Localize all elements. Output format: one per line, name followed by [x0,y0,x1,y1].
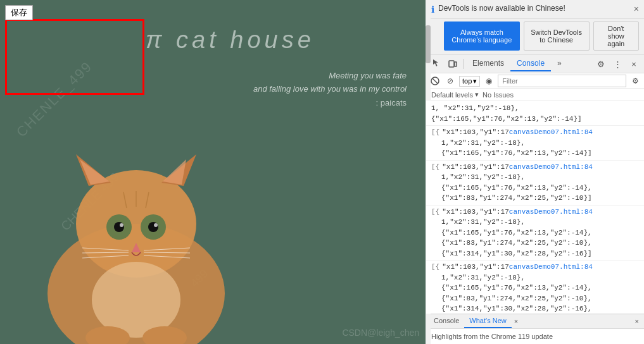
inspect-element-icon[interactable] [429,56,444,71]
selection-rectangle [5,19,144,95]
levels-bar: Default levels ▾ No Issues [426,89,644,101]
svg-point-10 [120,223,123,227]
devtools-panel: ℹ DevTools is now available in Chinese! … [426,0,644,344]
canvas-title: π cat house [146,27,315,54]
console-toolbar: ⊘ top ▾ ◉ ⚙ [426,73,644,89]
svg-rect-26 [455,62,457,66]
bottom-tab-close[interactable]: × [512,317,521,325]
svg-point-1 [76,170,196,278]
devtools-toolbar: Elements Console » ⚙ ⋮ × [426,55,644,73]
tab-elements[interactable]: Elements [466,56,510,71]
console-text: "x1":103,"y1":17 [442,127,509,138]
console-text: "x1":103,"y1":17 [442,262,509,273]
console-source-link[interactable]: canvasDemo07.html:84 [509,207,593,218]
context-selector[interactable]: top ▾ [459,76,480,87]
bottom-content-text: Highlights from the Chrome 119 update [431,333,553,340]
svg-line-28 [432,78,438,83]
filter-input[interactable] [498,75,626,87]
svg-rect-25 [449,61,454,67]
no-issues-text: No Issues [483,91,514,99]
default-levels-button[interactable]: Default levels ▾ [431,90,479,99]
console-expand-icon[interactable]: [{ [431,127,439,138]
console-expand-icon[interactable]: [{ [431,162,439,173]
bottom-tabs: Console What's New × × [426,314,644,329]
tab-console[interactable]: Console [510,56,551,71]
console-line-text: {"x1":83,"y1":274,"x2":25,"y2":-10}, [431,238,639,249]
devtools-close-icon[interactable]: × [626,56,641,71]
toolbar-right: ⚙ ⋮ × [593,56,641,71]
toolbar-separator [463,59,464,69]
console-line-text: 1,"x2":31,"y2":-18}, [431,138,639,149]
console-line-text: {"x1":314,"y1":30,"x2":28,"y2":-16}] [431,249,639,259]
devtools-bottom: Console What's New × × Highlights from t… [426,314,644,344]
console-expand-icon[interactable]: [{ [431,262,439,273]
console-text: "x1":103,"y1":17 [442,207,509,218]
console-line-text: {"x1":165,"y1":76,"x2":13,"y2":-14}, [431,228,639,238]
canvas-label: : paicats [376,98,407,108]
match-language-button[interactable]: Always match Chrome's language [444,22,520,51]
devtools-notification: ℹ DevTools is now available in Chinese! … [426,0,644,19]
bottom-panel-close-icon[interactable]: × [633,315,641,328]
console-line-text: {"x1":165,"y1":76,"x2":13,"y2":-14}, [431,183,639,194]
console-line-text: {"x1":165,"y1":76,"x2":13,"y2":-14}] [431,148,639,159]
console-content[interactable]: 1, "x2":31,"y2":-18},{"x1":165,"y1":76,"… [426,101,644,314]
console-line-text: 1,"x2":31,"y2":-18}, [431,217,639,228]
console-source-link[interactable]: canvasDemo07.html:84 [509,262,593,273]
notification-text: DevTools is now available in Chinese! [438,4,630,13]
device-toolbar-icon[interactable] [445,56,460,71]
console-source-link[interactable]: canvasDemo07.html:84 [509,127,593,138]
console-source-link[interactable]: canvasDemo07.html:84 [509,162,593,173]
console-line-text: 1, "x2":31,"y2":-18}, [431,103,639,114]
console-entry: 1, "x2":31,"y2":-18},{"x1":165,"y1":76,"… [426,102,644,126]
console-text: "x1":103,"y1":17 [442,162,509,173]
bottom-tab-console[interactable]: Console [429,314,464,328]
console-entry: [{"x1":103,"y1":17 canvasDemo07.html:841… [426,161,644,206]
console-line-text: {"x1":83,"y1":274,"x2":25,"y2":-10}] [431,193,639,204]
console-entry: [{"x1":103,"y1":17 canvasDemo07.html:841… [426,126,644,161]
watermark-bottom: CSDN@leigh_chen [342,328,419,338]
filter-settings-icon[interactable]: ⚙ [629,75,641,87]
console-line-text: {"x1":83,"y1":274,"x2":25,"y2":-10}, [431,293,639,304]
console-line-text: {"x1":314,"y1":30,"x2":28,"y2":-16}, [431,304,639,314]
tab-more[interactable]: » [551,56,568,71]
console-entry: [{"x1":103,"y1":17 canvasDemo07.html:841… [426,206,644,261]
notification-close-button[interactable]: × [634,4,639,14]
console-line-text: {"x1":165,"y1":76,"x2":13,"y2":-14}, [431,283,639,293]
devtools-more-icon[interactable]: ⋮ [610,56,625,71]
notification-buttons: Always match Chrome's language Switch De… [426,19,644,55]
tab-bar: Elements Console » [466,56,592,71]
dont-show-again-button[interactable]: Don't show again [593,22,639,51]
svg-point-11 [154,223,158,227]
save-button[interactable]: 保存 [5,5,33,20]
console-line-text: {"x1":165,"y1":76,"x2":13,"y2":-14}] [431,114,639,125]
devtools-settings-icon[interactable]: ⚙ [593,56,609,71]
bottom-content: Highlights from the Chrome 119 update [426,329,644,344]
console-line-text: 1,"x2":31,"y2":-18}, [431,273,639,283]
cat-image [19,91,253,344]
switch-to-chinese-button[interactable]: Switch DevTools to Chinese [524,22,590,51]
scrollbar-thumb[interactable] [426,25,431,63]
console-expand-icon[interactable]: [{ [431,207,439,218]
eye-icon[interactable]: ◉ [483,75,495,87]
console-entry: [{"x1":103,"y1":17 canvasDemo07.html:841… [426,261,644,314]
info-icon: ℹ [431,4,434,15]
canvas-subtitle: Meeting you was fate and falling love wi… [253,70,407,96]
canvas-area: 保存 π cat house Meeting you was fate and … [0,0,426,344]
svg-point-8 [114,222,124,232]
clear-console-icon[interactable] [429,75,441,87]
ban-icon[interactable]: ⊘ [444,75,457,87]
console-line-text: 1,"x2":31,"y2":-18}, [431,172,639,183]
svg-point-9 [148,222,158,232]
svg-point-19 [92,262,180,338]
bottom-tab-whats-new[interactable]: What's New [464,314,511,328]
